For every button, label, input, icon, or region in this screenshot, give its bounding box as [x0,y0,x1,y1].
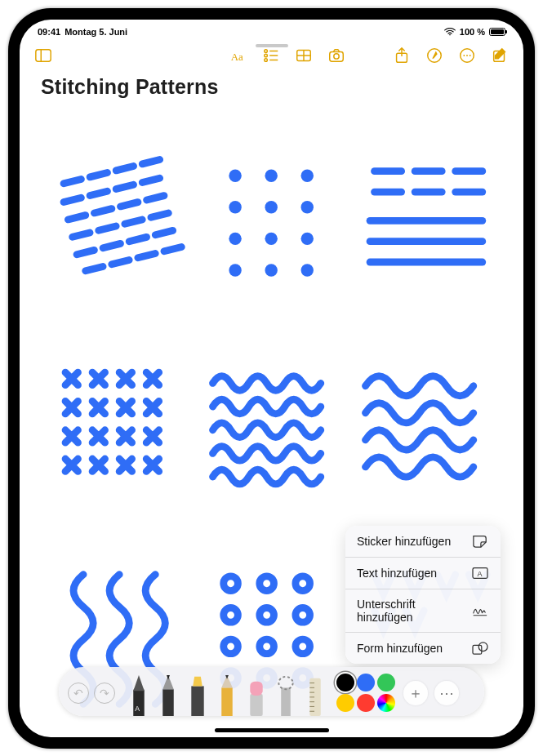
svg-text:A: A [135,705,140,713]
color-green[interactable] [377,674,395,692]
color-red[interactable] [357,694,375,712]
pattern-zigzag [199,327,343,526]
svg-line-30 [68,215,85,219]
markup-button[interactable] [422,45,447,66]
markup-tool-tray: ↶ ↷ A ＋ ⋯ [59,667,484,716]
svg-line-34 [73,233,90,237]
svg-point-14 [334,53,339,58]
svg-point-57 [301,264,314,276]
clock: 09:41 [38,27,60,37]
svg-line-31 [94,208,111,212]
menu-label: Form hinzufügen [357,642,443,655]
svg-point-69 [296,576,310,591]
svg-line-41 [155,230,172,234]
table-button[interactable] [292,45,316,66]
date: Montag 5. Juni [65,27,127,37]
battery-percent: 100 % [460,27,485,37]
shapes-icon [471,641,489,656]
add-button[interactable]: ＋ [403,681,428,705]
svg-point-49 [229,201,242,213]
color-black[interactable] [336,674,354,692]
checklist-button[interactable] [259,45,283,66]
svg-rect-86 [250,694,262,716]
svg-point-73 [224,639,238,654]
color-palette [336,674,395,712]
svg-line-38 [77,250,94,254]
svg-line-42 [86,266,103,270]
more-button[interactable] [455,45,479,66]
svg-rect-87 [250,681,262,695]
handwriting-tool[interactable]: A [126,674,152,716]
svg-line-32 [121,202,138,206]
color-yellow[interactable] [336,694,354,712]
pattern-dots [199,122,343,320]
menu-add-signature[interactable]: Unterschrift hinzufügen [345,589,501,633]
svg-point-72 [296,607,310,622]
camera-button[interactable] [324,45,349,66]
sidebar-toggle-button[interactable] [31,45,56,66]
svg-point-68 [260,576,274,591]
svg-point-50 [265,201,278,213]
signature-icon [472,603,489,618]
svg-point-8 [265,58,268,61]
svg-line-28 [116,185,133,189]
svg-point-54 [301,232,314,244]
svg-point-67 [224,576,238,591]
svg-point-6 [265,54,268,57]
color-picker[interactable] [377,694,395,712]
svg-point-70 [224,607,238,622]
redo-button[interactable]: ↷ [94,683,115,704]
compose-button[interactable] [487,45,512,66]
undo-button[interactable]: ↶ [68,683,89,704]
svg-point-55 [229,264,242,276]
menu-add-text[interactable]: Text hinzufügenA [345,558,501,589]
share-button[interactable] [389,45,414,66]
home-indicator[interactable] [215,728,329,732]
svg-rect-84 [191,686,203,716]
svg-line-23 [90,172,107,176]
battery-icon [489,28,505,36]
svg-line-39 [103,243,120,247]
menu-add-shape[interactable]: Form hinzufügen [345,633,501,664]
status-bar: 09:41 Montag 5. Juni 100 % [20,20,523,39]
svg-line-35 [99,226,116,230]
svg-point-74 [260,639,274,654]
eraser-tool[interactable] [243,674,269,716]
svg-point-56 [265,264,278,276]
textbox-icon: A [471,566,489,580]
svg-point-47 [265,169,278,181]
ruler-tool[interactable] [302,674,328,716]
svg-line-43 [112,260,129,264]
pen-tool[interactable] [155,674,181,716]
tray-more-button[interactable]: ⋯ [434,681,459,705]
pattern-wavy-lines [352,327,496,526]
window-grip-icon [256,44,288,47]
sticker-icon [471,534,489,549]
svg-point-18 [463,55,465,56]
marker-tool[interactable] [185,674,211,716]
svg-text:A: A [477,569,482,577]
pencil-tool[interactable] [214,674,240,716]
svg-point-20 [470,55,471,56]
svg-point-46 [229,169,242,181]
svg-rect-85 [221,687,232,716]
menu-label: Text hinzufügen [357,567,437,580]
svg-line-33 [147,195,164,199]
svg-line-29 [142,178,159,182]
svg-line-24 [116,166,133,170]
svg-point-19 [466,55,468,56]
pattern-diagonal-dashes [47,122,191,320]
color-blue[interactable] [357,674,375,692]
wifi-icon [444,28,456,36]
svg-text:Aa: Aa [231,51,243,62]
menu-label: Sticker hinzufügen [357,535,451,548]
svg-line-27 [90,191,107,195]
svg-line-25 [142,159,159,163]
svg-line-22 [64,179,81,183]
menu-add-sticker[interactable]: Sticker hinzufügen [345,526,501,558]
note-title[interactable]: Stitching Patterns [20,72,523,105]
svg-line-36 [125,220,142,224]
lasso-tool[interactable] [273,674,299,716]
svg-point-48 [301,169,314,181]
text-format-button[interactable]: Aa [226,45,251,66]
